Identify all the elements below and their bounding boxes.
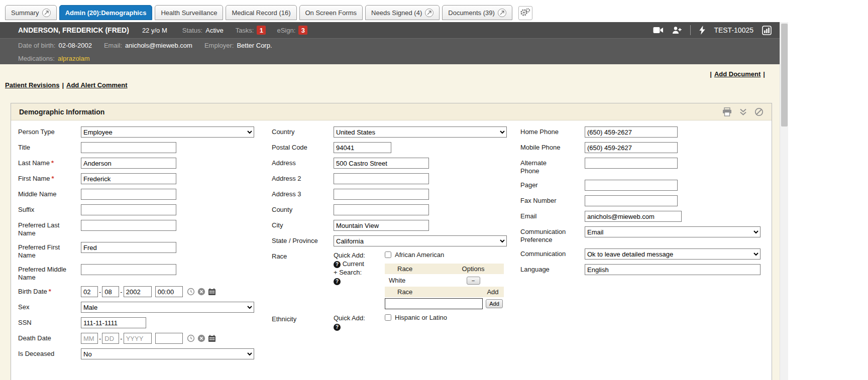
scrollbar-thumb[interactable] xyxy=(781,24,788,126)
patient-age-sex: 22 y/o M xyxy=(142,27,167,34)
address3-input[interactable] xyxy=(334,189,429,200)
sex-select[interactable]: Male xyxy=(81,302,254,313)
field-ethnicity: Ethnicity Quick Add: ? Hispanic or Latin… xyxy=(272,314,520,331)
pager-input[interactable] xyxy=(585,180,678,191)
ethnicity-label: Ethnicity xyxy=(272,314,322,323)
disable-icon[interactable] xyxy=(754,107,764,116)
person-type-select[interactable]: Employee xyxy=(81,126,254,138)
help-icon[interactable]: ? xyxy=(334,324,341,331)
county-input[interactable] xyxy=(334,204,429,215)
contact-email-input[interactable] xyxy=(585,211,682,222)
address2-input[interactable] xyxy=(334,173,429,184)
death-day-input[interactable] xyxy=(102,333,119,344)
preferred-middle-name-input[interactable] xyxy=(81,264,176,275)
is-deceased-select[interactable]: No xyxy=(81,348,254,359)
tab-medical-record[interactable]: Medical Record (16) xyxy=(226,5,296,20)
clock-icon[interactable] xyxy=(187,334,195,342)
middle-name-input[interactable] xyxy=(81,189,176,200)
last-name-input[interactable] xyxy=(81,158,176,169)
postal-code-input[interactable] xyxy=(334,142,391,153)
preferred-middle-name-label: Preferred Middle Name xyxy=(18,264,68,282)
lightning-icon[interactable] xyxy=(699,26,705,35)
race-african-american-checkbox[interactable] xyxy=(385,251,391,258)
ethnicity-hispanic-checkbox[interactable] xyxy=(385,314,391,321)
death-year-input[interactable] xyxy=(124,333,152,344)
race-add-col-header: Race xyxy=(385,288,482,296)
add-alert-comment-link[interactable]: Add Alert Comment xyxy=(66,81,128,89)
communication-select[interactable]: Ok to leave detailed message xyxy=(585,248,761,260)
remove-race-button[interactable]: – xyxy=(467,277,480,285)
suffix-input[interactable] xyxy=(81,204,176,215)
tasks-label: Tasks: xyxy=(236,27,254,34)
settings-gears-button[interactable] xyxy=(518,6,532,20)
communication-preference-select[interactable]: Email xyxy=(585,226,761,237)
country-select[interactable]: United States xyxy=(334,126,507,138)
birth-time-input[interactable] xyxy=(155,286,183,297)
tab-summary[interactable]: Summary xyxy=(5,5,57,20)
address2-label: Address 2 xyxy=(272,173,322,183)
title-input[interactable] xyxy=(81,142,176,153)
birth-day-input[interactable] xyxy=(102,286,119,297)
death-date-label: Death Date xyxy=(18,333,68,342)
tab-admin-demographics[interactable]: Admin (20):Demographics xyxy=(59,5,153,20)
clear-date-icon[interactable] xyxy=(197,334,205,342)
print-icon[interactable] xyxy=(722,107,732,116)
help-icon[interactable]: ? xyxy=(334,261,341,268)
tab-summary-label: Summary xyxy=(11,9,39,17)
vertical-scrollbar[interactable] xyxy=(780,22,788,380)
patient-header: ANDERSON, FREDERICK (FRED) 22 y/o M Stat… xyxy=(0,22,780,64)
preferred-last-name-input[interactable] xyxy=(81,220,176,231)
birth-year-input[interactable] xyxy=(124,286,152,297)
fax-number-input[interactable] xyxy=(585,195,678,206)
esign-badge[interactable]: 3 xyxy=(298,26,307,35)
medications-value[interactable]: alprazolam xyxy=(58,55,90,62)
field-address2: Address 2 xyxy=(272,173,520,184)
address-input[interactable] xyxy=(334,158,429,169)
calendar-icon[interactable] xyxy=(208,335,216,342)
tab-on-screen-forms[interactable]: On Screen Forms xyxy=(299,5,363,20)
death-time-input[interactable] xyxy=(155,333,183,344)
patient-revisions-link[interactable]: Patient Revisions xyxy=(5,81,59,89)
ssn-input[interactable] xyxy=(81,317,146,328)
clear-date-icon[interactable] xyxy=(197,288,205,296)
state-select[interactable]: California xyxy=(334,235,507,246)
popout-icon[interactable] xyxy=(498,9,506,17)
calendar-icon[interactable] xyxy=(208,288,216,296)
race-search-input[interactable] xyxy=(385,298,483,309)
tab-health-surveillance-label: Health Surveillance xyxy=(161,9,217,17)
home-phone-input[interactable] xyxy=(585,126,678,138)
tasks-badge[interactable]: 1 xyxy=(257,26,266,35)
video-camera-icon[interactable] xyxy=(653,27,664,34)
add-user-icon[interactable] xyxy=(672,26,682,34)
birth-month-input[interactable] xyxy=(81,286,98,297)
language-input[interactable] xyxy=(585,264,761,275)
bar-chart-icon[interactable] xyxy=(762,26,772,35)
death-month-input[interactable] xyxy=(81,333,98,344)
tab-documents[interactable]: Documents (39) xyxy=(442,5,512,20)
race-add-button[interactable]: Add xyxy=(486,299,503,308)
preferred-first-name-input[interactable] xyxy=(81,242,176,253)
fax-number-label: Fax Number xyxy=(520,195,565,205)
field-preferred-last-name: Preferred Last Name xyxy=(18,220,270,237)
patient-header-row3: Medications: alprazolam xyxy=(0,52,780,64)
add-document-link[interactable]: Add Document xyxy=(714,70,761,78)
popout-icon[interactable] xyxy=(425,9,433,17)
city-input[interactable] xyxy=(334,220,429,231)
alternate-phone-input[interactable] xyxy=(585,158,678,169)
ethnicity-helper-text: Quick Add: ? xyxy=(334,314,366,331)
race-quick-add-label: Quick Add: xyxy=(334,251,365,259)
popout-icon[interactable] xyxy=(42,9,51,17)
race-quick-option-label: African American xyxy=(395,251,444,259)
alternate-phone-label: Alternate Phone xyxy=(520,158,565,175)
mobile-phone-input[interactable] xyxy=(585,142,678,153)
collapse-icon[interactable] xyxy=(739,108,747,116)
field-pager: Pager xyxy=(520,180,772,191)
first-name-input[interactable] xyxy=(81,173,176,184)
field-home-phone: Home Phone xyxy=(520,126,772,138)
clock-icon[interactable] xyxy=(187,288,195,296)
tab-health-surveillance[interactable]: Health Surveillance xyxy=(155,5,223,20)
help-icon[interactable]: ? xyxy=(334,278,341,285)
race-value: White xyxy=(385,277,443,284)
tab-needs-signed[interactable]: Needs Signed (4) xyxy=(365,5,440,20)
email-label: Email: xyxy=(104,42,122,49)
